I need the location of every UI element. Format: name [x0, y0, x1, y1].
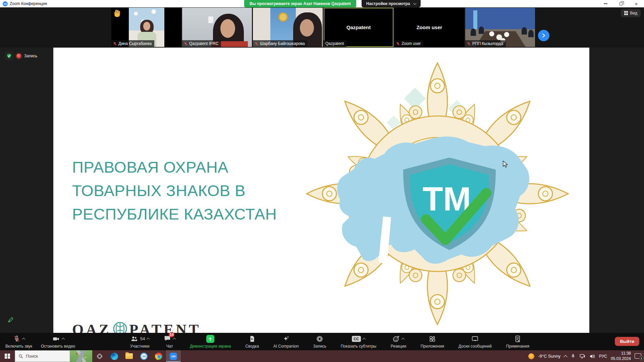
summary-label: Сводка — [245, 344, 259, 349]
time-text: 11:38 — [611, 351, 631, 356]
video-tile-dina[interactable]: Дина Сыргабаева — [111, 8, 181, 47]
shared-screen-area: Запись ПРАВОВАЯ ОХРАНА ТОВАРНЫХ ЗНАКОВ В… — [0, 48, 644, 333]
apps-button[interactable]: Приложения — [421, 333, 444, 350]
view-settings-dropdown[interactable]: Настройки просмотра — [362, 0, 421, 7]
speaker-icon[interactable] — [589, 354, 595, 359]
zoom-toolbar: Включить звук Остановить видео — [0, 333, 644, 350]
news-weather-widget[interactable] — [70, 350, 92, 362]
reactions-label: Реакции — [391, 344, 406, 349]
stop-video-button[interactable]: Остановить видео — [41, 333, 75, 350]
participants-options-chevron[interactable] — [147, 338, 150, 341]
file-explorer-button[interactable] — [122, 350, 137, 362]
weather-sun-icon[interactable] — [528, 353, 534, 359]
qazpatent-emblem-icon — [112, 321, 128, 333]
qazpatent-logo: QAZ PATENT — [72, 321, 201, 333]
logo-text-right: PATENT — [129, 321, 201, 333]
search-placeholder: Поиск — [26, 354, 38, 359]
annotation-pencil-icon[interactable] — [7, 316, 14, 324]
viewing-screen-banner: Вы просматриваете экран Азат Накенов Qaz… — [244, 0, 356, 7]
stop-video-label: Остановить видео — [41, 344, 75, 349]
view-mode-button[interactable]: Вид — [621, 9, 641, 17]
minimize-icon — [604, 3, 607, 4]
next-participants-button[interactable] — [538, 30, 549, 41]
video-tile-rpp-kyzylorda[interactable]: РПП Кызылорда — [465, 8, 535, 47]
close-button[interactable]: × — [629, 0, 644, 7]
participant-face — [300, 19, 314, 37]
video-tile-qazpatent-iprc[interactable]: Qazpatent IPRC — [182, 8, 252, 47]
app-24-icon: 24 — [140, 353, 148, 360]
record-icon — [316, 335, 323, 343]
ai-companion-button[interactable]: AI Companion — [273, 333, 299, 350]
unmute-button[interactable]: Включить звук — [5, 333, 32, 350]
view-mode-label: Вид — [630, 11, 637, 15]
participant-figure — [471, 28, 476, 36]
task-view-button[interactable] — [92, 350, 107, 362]
language-indicator[interactable]: РУС — [599, 354, 607, 359]
network-icon[interactable] — [579, 354, 586, 359]
chevron-right-icon — [541, 33, 546, 38]
restore-button[interactable] — [613, 0, 629, 7]
edge-browser-button[interactable] — [107, 350, 122, 362]
raised-hand-icon — [113, 9, 121, 18]
chat-options-chevron[interactable] — [173, 338, 176, 341]
grid-view-icon — [624, 11, 628, 15]
apps-label: Приложения — [421, 344, 444, 349]
ai-companion-label: AI Companion — [273, 344, 299, 349]
taskbar-search-input[interactable]: Поиск — [15, 350, 70, 362]
participants-strip: Дина Сыргабаева Qazpatent IPRC — [0, 7, 644, 48]
mic-options-chevron[interactable] — [22, 338, 25, 341]
action-center-button[interactable]: 1 — [635, 353, 642, 359]
tray-mic-icon[interactable] — [571, 353, 576, 359]
reactions-options-chevron[interactable] — [401, 338, 405, 341]
security-shield-icon[interactable] — [5, 52, 13, 60]
notes-button[interactable]: Примечания — [506, 333, 529, 350]
windows-logo-icon — [5, 354, 10, 359]
slide-title: ПРАВОВАЯ ОХРАНА ТОВАРНЫХ ЗНАКОВ В РЕСПУБ… — [72, 156, 293, 226]
zoom-app-button[interactable]: zm — [166, 350, 181, 362]
share-screen-icon — [208, 336, 213, 342]
chat-button[interactable]: 14 Чат — [164, 333, 175, 350]
weather-text[interactable]: -9°C Sunny — [538, 354, 560, 359]
start-button[interactable] — [0, 350, 15, 362]
participant-figure — [479, 26, 484, 34]
participant-figure — [522, 27, 527, 35]
record-button[interactable]: Запись — [313, 333, 326, 350]
cc-icon: CC — [352, 336, 361, 342]
kazakhstan-emblem — [278, 12, 288, 22]
app-24-button[interactable]: 24 — [137, 350, 151, 362]
recording-dot-icon — [16, 54, 21, 58]
leave-button[interactable]: Выйти — [615, 337, 639, 346]
reactions-icon — [392, 335, 400, 343]
clock[interactable]: 11:38 05.03.2024 — [611, 351, 631, 361]
video-options-chevron[interactable] — [61, 338, 65, 341]
participant-name: Шарбану Байгошкарова — [260, 41, 305, 46]
share-screen-button[interactable]: Демонстрация экрана — [190, 333, 231, 350]
task-view-icon — [97, 353, 103, 359]
apps-icon — [429, 335, 436, 343]
participants-button[interactable]: 54 Участники — [130, 333, 149, 350]
participant-name: Дина Сыргабаева — [118, 41, 152, 46]
muted-mic-icon — [13, 335, 20, 343]
summary-button[interactable]: Сводка — [245, 333, 259, 350]
minimize-button[interactable] — [598, 0, 613, 7]
video-tile-sharbanu[interactable]: Шарбану Байгошкарова — [253, 8, 323, 47]
whiteboards-label: Доски сообщений — [459, 344, 492, 349]
participants-count: 54 — [140, 336, 145, 341]
search-icon — [18, 354, 23, 359]
captions-button[interactable]: CC Показать субтитры — [341, 333, 376, 350]
whiteboards-button[interactable]: Доски сообщений — [459, 333, 492, 350]
participant-face — [220, 19, 235, 38]
video-tile-qazpatent[interactable]: Qazpatent Qazpatent — [324, 8, 393, 47]
date-text: 05.03.2024 — [611, 356, 631, 362]
muted-mic-icon — [255, 42, 258, 46]
chrome-browser-button[interactable] — [151, 350, 166, 362]
captions-options-chevron[interactable] — [362, 338, 366, 341]
participant-name: РПП Кызылорда — [472, 41, 503, 46]
video-tile-zoom-user[interactable]: Zoom user Zoom user — [394, 8, 464, 47]
hidden-icons-chevron[interactable] — [564, 355, 567, 359]
unmute-label: Включить звук — [5, 344, 32, 349]
chevron-down-icon — [413, 1, 416, 5]
reactions-button[interactable]: Реакции — [391, 333, 406, 350]
presentation-slide: ПРАВОВАЯ ОХРАНА ТОВАРНЫХ ЗНАКОВ В РЕСПУБ… — [53, 48, 589, 333]
mouse-cursor — [502, 161, 509, 168]
